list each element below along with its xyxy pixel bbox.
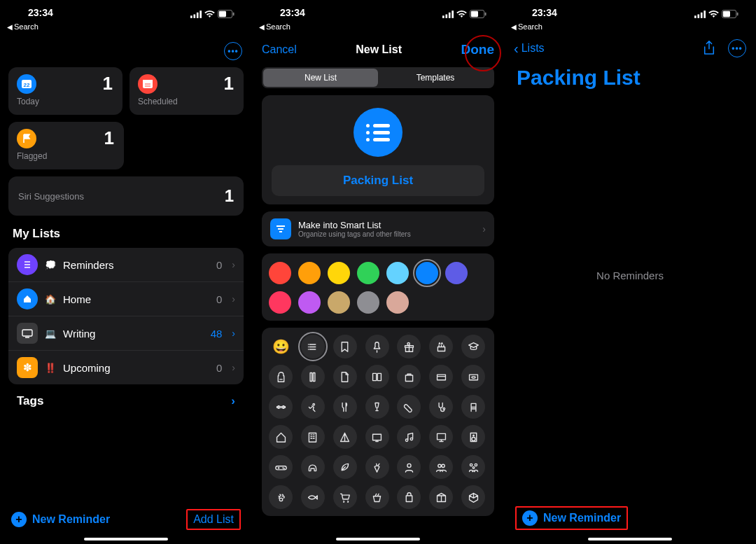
box-icon[interactable] — [429, 485, 453, 509]
headphones-icon[interactable] — [301, 455, 325, 479]
color-swatch[interactable] — [416, 262, 438, 284]
back-button[interactable]: ‹ Lists — [514, 41, 545, 57]
chevron-right-icon: › — [232, 259, 235, 270]
new-reminder-button[interactable]: + New Reminder — [11, 512, 110, 527]
house-icon[interactable] — [269, 425, 293, 449]
more-button[interactable]: ••• — [224, 42, 242, 60]
more-button[interactable]: ••• — [728, 39, 746, 57]
color-swatch[interactable] — [445, 262, 468, 284]
fish-icon[interactable] — [301, 485, 325, 509]
make-smart-list-row[interactable]: Make into Smart List Organize using tags… — [262, 211, 494, 246]
family-icon[interactable] — [461, 455, 485, 479]
back-to-search[interactable]: ◀Search — [504, 21, 756, 35]
list-item[interactable]: 💻 Writing 48 › — [8, 316, 244, 351]
chevron-right-icon: › — [232, 293, 235, 305]
leaf-icon[interactable] — [333, 455, 357, 479]
add-list-button[interactable]: Add List — [193, 513, 234, 525]
segmented-control[interactable]: New List Templates — [262, 67, 494, 88]
color-swatch[interactable] — [357, 291, 379, 314]
siri-suggestions-row[interactable]: Siri Suggestions 1 — [8, 176, 244, 216]
building-icon[interactable] — [301, 425, 325, 449]
chevron-right-icon: › — [231, 394, 235, 408]
color-swatch[interactable] — [386, 262, 409, 284]
list-item[interactable]: ✽ ‼️ Upcoming 0 › — [8, 351, 244, 384]
color-swatch[interactable] — [328, 262, 350, 284]
color-swatch[interactable] — [269, 262, 291, 284]
cake-icon[interactable] — [429, 335, 453, 358]
speaker-icon[interactable] — [461, 425, 485, 449]
segment-new-list[interactable]: New List — [263, 69, 378, 87]
back-to-search[interactable]: ◀Search — [252, 21, 504, 35]
fork-icon[interactable] — [333, 395, 357, 419]
flagged-card[interactable]: 1 Flagged — [8, 122, 124, 169]
ruler-icon[interactable] — [301, 365, 325, 389]
book-icon[interactable] — [365, 365, 389, 389]
backpack-icon[interactable] — [269, 365, 293, 389]
doc-icon[interactable] — [333, 365, 357, 389]
stetho-icon[interactable] — [429, 395, 453, 419]
color-swatch[interactable] — [269, 291, 291, 314]
pin-icon[interactable] — [365, 335, 389, 358]
color-swatch[interactable] — [298, 262, 321, 284]
back-to-search[interactable]: ◀Search — [0, 21, 252, 35]
bag-icon[interactable] — [397, 485, 421, 509]
cart-icon[interactable] — [333, 485, 357, 509]
highlight-annotation: Add List — [186, 509, 241, 530]
my-lists-header: My Lists — [0, 216, 252, 248]
share-icon[interactable] — [703, 41, 715, 56]
run-icon[interactable] — [301, 395, 325, 419]
svg-rect-2 — [197, 12, 199, 18]
wine-icon[interactable] — [365, 395, 389, 419]
flag-icon — [17, 129, 36, 148]
gift-icon[interactable] — [397, 335, 421, 358]
battery-icon — [470, 10, 486, 18]
dumbbell-icon[interactable] — [269, 395, 293, 419]
emoji-picker-icon[interactable]: 😀 — [269, 335, 293, 358]
music-icon[interactable] — [397, 425, 421, 449]
svg-rect-5 — [219, 11, 226, 17]
gamepad-icon[interactable] — [269, 455, 293, 479]
person-icon[interactable] — [397, 455, 421, 479]
graduation-icon[interactable] — [461, 335, 485, 358]
svg-rect-20 — [471, 11, 478, 17]
new-reminder-button[interactable]: + New Reminder — [522, 510, 621, 526]
wifi-icon — [456, 11, 467, 18]
home-indicator[interactable] — [84, 538, 168, 540]
color-swatch[interactable] — [357, 262, 379, 284]
svg-rect-30 — [723, 11, 730, 17]
people-icon[interactable] — [429, 455, 453, 479]
basket-icon[interactable] — [365, 485, 389, 509]
segment-templates[interactable]: Templates — [378, 69, 493, 87]
tv-icon[interactable] — [365, 425, 389, 449]
bookmark-icon[interactable] — [333, 335, 357, 358]
cube-icon[interactable] — [461, 485, 485, 509]
status-bar: 23:34 — [252, 0, 504, 21]
briefcase-icon[interactable] — [397, 365, 421, 389]
tags-row[interactable]: Tags › — [0, 384, 252, 418]
home-indicator[interactable] — [588, 538, 672, 540]
pill-icon[interactable] — [397, 395, 421, 419]
list-name-input[interactable]: Packing List — [272, 165, 484, 196]
cancel-button[interactable]: Cancel — [262, 43, 297, 56]
clock: 23:34 — [532, 7, 557, 18]
carrot-icon[interactable] — [365, 455, 389, 479]
tent-icon[interactable] — [333, 425, 357, 449]
scheduled-card[interactable]: 1 Scheduled — [130, 67, 244, 115]
card-icon[interactable] — [429, 365, 453, 389]
paw-icon[interactable] — [269, 485, 293, 509]
home-indicator[interactable] — [336, 538, 420, 540]
monitor-icon[interactable] — [429, 425, 453, 449]
chair-icon[interactable] — [461, 395, 485, 419]
color-swatch[interactable] — [386, 291, 409, 314]
today-card[interactable]: 22 1 Today — [8, 67, 122, 115]
color-swatch[interactable] — [298, 291, 321, 314]
list-item[interactable]: 🏠 Home 0 › — [8, 282, 244, 316]
money-icon[interactable] — [461, 365, 485, 389]
list-bullet-icon[interactable] — [301, 335, 325, 358]
list-item[interactable]: 💭 Reminders 0 › — [8, 248, 244, 282]
highlight-annotation: + New Reminder — [515, 506, 628, 530]
plus-circle-icon: + — [522, 510, 538, 526]
done-button[interactable]: Done — [461, 42, 494, 57]
color-swatch[interactable] — [328, 291, 350, 314]
cellular-icon — [442, 11, 454, 18]
